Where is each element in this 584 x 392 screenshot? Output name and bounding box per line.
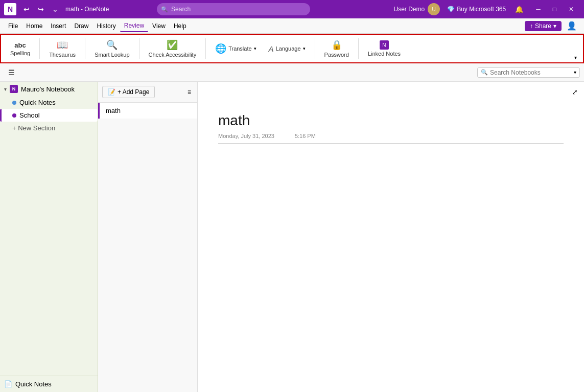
menu-file[interactable]: File: [4, 20, 22, 32]
translate-icon: 🌐: [215, 43, 226, 54]
spelling-label: Spelling: [10, 50, 30, 56]
maximize-button[interactable]: □: [547, 4, 563, 15]
notebook-chevron-icon: ▾: [4, 86, 7, 92]
quick-notes-label: Quick Notes: [19, 99, 56, 106]
page-time: 5:16 PM: [295, 133, 316, 139]
pages-panel: 📝 + Add Page ≡ math: [98, 82, 198, 392]
footer-label: Quick Notes: [15, 380, 52, 388]
user-avatar[interactable]: U: [428, 3, 440, 15]
new-section-button[interactable]: + New Section: [0, 122, 98, 134]
page-item-math[interactable]: math: [98, 103, 197, 119]
content-toolbar: ⤢: [198, 82, 584, 102]
password-button[interactable]: 🔒 Password: [319, 37, 354, 60]
page-meta: Monday, July 31, 2023 5:16 PM: [218, 133, 564, 144]
notebook-search-expand[interactable]: ▾: [574, 70, 576, 75]
linked-notes-label: Linked Notes: [368, 51, 401, 57]
school-label: School: [19, 111, 40, 119]
thesaurus-button[interactable]: 📖 Thesaurus: [44, 37, 81, 60]
notification-button[interactable]: 🔔: [513, 4, 526, 15]
undo-button[interactable]: ↩: [20, 4, 33, 14]
sidebar-spacer: [0, 134, 98, 376]
close-button[interactable]: ✕: [563, 4, 580, 15]
sidebar-item-quick-notes[interactable]: Quick Notes: [0, 96, 98, 109]
menu-home[interactable]: Home: [22, 20, 46, 32]
add-page-icon: 📝: [108, 88, 115, 96]
menu-review[interactable]: Review: [120, 20, 148, 32]
page-title: math: [218, 112, 564, 129]
title-right-area: User Demo U 💎 Buy Microsoft 365 🔔 ─ □ ✕: [393, 3, 580, 15]
add-page-button[interactable]: 📝 + Add Page: [102, 86, 155, 98]
spelling-icon: abc: [14, 41, 26, 49]
share-icon: ↑: [530, 22, 533, 30]
translate-arrow-icon: ▾: [254, 46, 256, 51]
quick-notes-dot: [12, 101, 16, 105]
thesaurus-label: Thesaurus: [49, 52, 76, 58]
notebook-search-container: 🔍 ▾: [477, 67, 580, 78]
notebook-title: Mauro's Notebook: [21, 85, 75, 93]
check-accessibility-button[interactable]: ✅ Check Accessibility: [144, 37, 202, 60]
thesaurus-icon: 📖: [57, 39, 68, 51]
language-label: Language: [276, 45, 301, 52]
footer-icon: 📄: [4, 380, 12, 388]
language-arrow-icon: ▾: [303, 46, 306, 51]
share-button[interactable]: ↑ Share ▾: [525, 21, 562, 31]
window-title: math - OneNote: [65, 6, 109, 13]
user-name: User Demo: [393, 6, 425, 13]
menu-insert[interactable]: Insert: [46, 20, 70, 32]
customize-button[interactable]: ⌄: [49, 4, 61, 14]
pages-toolbar: 📝 + Add Page ≡: [98, 82, 197, 103]
buy-microsoft-button[interactable]: 💎 Buy Microsoft 365: [444, 5, 509, 14]
sort-pages-button[interactable]: ≡: [185, 86, 193, 98]
notebook-search-icon: 🔍: [481, 69, 488, 76]
page-label-math: math: [106, 107, 121, 114]
add-page-label: + Add Page: [118, 88, 149, 96]
ribbon-divider-3: [139, 38, 139, 59]
language-button[interactable]: A Language ▾: [264, 42, 311, 55]
title-bar-controls: ↩ ↪ ⌄: [20, 4, 61, 14]
title-bar: N ↩ ↪ ⌄ math - OneNote 🔍 User Demo U 💎 B…: [0, 0, 584, 18]
menu-bar: File Home Insert Draw History Review Vie…: [0, 18, 584, 34]
ribbon-divider-5: [315, 38, 315, 59]
window-controls: ─ □ ✕: [530, 4, 580, 15]
linked-notes-button[interactable]: N Linked Notes: [363, 38, 406, 59]
translate-button[interactable]: 🌐 Translate ▾: [210, 41, 261, 56]
menu-view[interactable]: View: [148, 20, 170, 32]
language-icon: A: [269, 44, 274, 53]
ribbon-expand-button[interactable]: ▾: [572, 53, 579, 62]
people-button[interactable]: 👤: [564, 19, 580, 33]
check-accessibility-icon: ✅: [167, 39, 178, 51]
notebook-item[interactable]: ▾ N Mauro's Notebook: [0, 82, 98, 96]
new-section-label: + New Section: [12, 124, 55, 132]
notebook-search-input[interactable]: [490, 69, 572, 76]
check-accessibility-label: Check Accessibility: [149, 52, 197, 58]
sidebar-footer[interactable]: 📄 Quick Notes: [0, 376, 98, 392]
page-date: Monday, July 31, 2023: [218, 133, 274, 139]
diamond-icon: 💎: [447, 6, 455, 13]
menu-draw[interactable]: Draw: [70, 20, 92, 32]
title-search-input[interactable]: [157, 3, 310, 15]
notebook-icon: N: [10, 85, 18, 93]
title-search-container: 🔍: [157, 3, 310, 15]
minimize-button[interactable]: ─: [530, 4, 547, 15]
smart-lookup-button[interactable]: 🔍 Smart Lookup: [89, 37, 134, 60]
ribbon-divider-1: [39, 38, 40, 59]
ribbon: abc Spelling 📖 Thesaurus 🔍 Smart Lookup …: [0, 34, 584, 63]
share-arrow-icon: ▾: [553, 22, 556, 30]
redo-button[interactable]: ↪: [35, 4, 47, 14]
sidebar-item-school[interactable]: School: [0, 109, 98, 122]
expand-view-button[interactable]: ⤢: [570, 86, 580, 98]
menu-help[interactable]: Help: [170, 20, 191, 32]
smart-lookup-icon: 🔍: [106, 39, 118, 51]
main-layout: ▾ N Mauro's Notebook Quick Notes School …: [0, 82, 584, 392]
spelling-button[interactable]: abc Spelling: [5, 39, 35, 58]
sidebar: ▾ N Mauro's Notebook Quick Notes School …: [0, 82, 98, 392]
password-label: Password: [324, 52, 349, 58]
content-area: ⤢ math Monday, July 31, 2023 5:16 PM: [198, 82, 584, 392]
ribbon-divider-2: [85, 38, 85, 59]
password-icon: 🔒: [331, 39, 342, 51]
ribbon-divider-6: [358, 38, 359, 59]
hamburger-button[interactable]: ☰: [4, 66, 19, 79]
menu-history[interactable]: History: [92, 20, 120, 32]
smart-lookup-label: Smart Lookup: [95, 52, 129, 58]
school-dot: [12, 113, 16, 118]
